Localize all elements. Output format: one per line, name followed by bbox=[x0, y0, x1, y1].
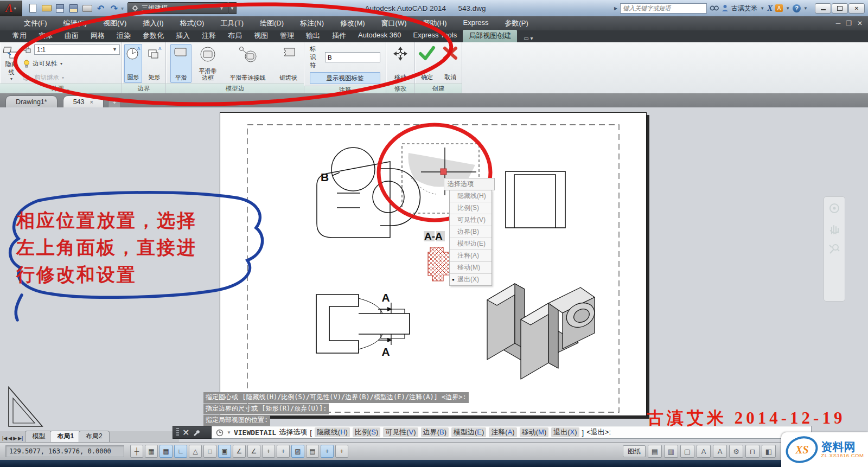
doc-restore-button[interactable]: ❐ bbox=[846, 20, 852, 27]
chevron-down-icon[interactable]: ▼ bbox=[786, 6, 790, 11]
layout-tab-布局1[interactable]: 布局1 bbox=[50, 431, 81, 442]
drag-handle-icon[interactable] bbox=[176, 428, 179, 437]
customize-wrench-icon[interactable] bbox=[193, 429, 200, 436]
menu-item[interactable]: 标注(N) bbox=[292, 17, 331, 30]
chevron-down-icon[interactable]: ▼ bbox=[803, 6, 808, 11]
chevron-left-icon[interactable]: ▶ bbox=[614, 6, 617, 11]
layout-tab-布局2[interactable]: 布局2 bbox=[79, 431, 110, 442]
3d-object-snap-toggle[interactable]: ▣ bbox=[218, 445, 231, 458]
unlock-icon[interactable]: ⊓ bbox=[745, 445, 760, 458]
ribbon-tab[interactable]: Express Tools bbox=[407, 30, 463, 42]
panel-footer-modify[interactable]: 修改 bbox=[386, 84, 414, 93]
layout-nav-icon[interactable]: ▶| bbox=[18, 436, 23, 441]
smooth-with-leader-button[interactable]: 平滑带连接线 bbox=[224, 44, 271, 83]
context-menu-item[interactable]: 可见性(V) bbox=[450, 214, 492, 226]
ribbon-tab[interactable]: 输出 bbox=[300, 30, 326, 42]
ribbon-tab[interactable]: Autodesk 360 bbox=[352, 30, 407, 42]
workspace-dropdown[interactable]: 三维建模 ▼ bbox=[127, 2, 228, 14]
close-tab-icon[interactable]: × bbox=[90, 99, 93, 105]
undo-icon[interactable]: ↶ bbox=[94, 3, 107, 14]
jagged-button[interactable]: 锯齿状 bbox=[275, 44, 302, 83]
signed-in-user[interactable]: 古滇艾米 bbox=[731, 4, 757, 13]
identifier-input[interactable] bbox=[325, 52, 380, 62]
search-icon[interactable] bbox=[710, 5, 719, 12]
close-command-icon[interactable]: ✕ bbox=[182, 427, 189, 438]
close-button[interactable]: ✕ bbox=[848, 3, 865, 14]
help-icon[interactable]: ? bbox=[793, 4, 801, 12]
ribbon-tab[interactable]: 视图 bbox=[248, 30, 274, 42]
annotation-visibility-icon[interactable]: A bbox=[697, 445, 711, 458]
context-menu-item[interactable]: 边界(B) bbox=[450, 226, 492, 238]
menu-item[interactable]: 参数(P) bbox=[497, 17, 536, 30]
new-file-icon[interactable] bbox=[27, 3, 39, 14]
open-file-icon[interactable] bbox=[40, 3, 53, 14]
command-option[interactable]: 注释(A) bbox=[489, 427, 516, 437]
menu-item[interactable]: Express bbox=[456, 17, 496, 30]
paper-model-toggle[interactable]: 图纸 bbox=[623, 445, 646, 457]
cancel-button[interactable]: 取消 bbox=[441, 44, 459, 83]
save-as-icon[interactable] bbox=[67, 3, 80, 14]
menu-item[interactable]: 视图(V) bbox=[95, 17, 134, 30]
ortho-mode-toggle[interactable]: ∟ bbox=[174, 445, 187, 458]
panel-footer-create[interactable]: 创建 bbox=[415, 84, 462, 93]
viewport-maximize-icon[interactable]: ▢ bbox=[680, 445, 694, 458]
zoom-icon[interactable] bbox=[828, 242, 840, 254]
workspace-gear-icon[interactable]: ⚙ bbox=[729, 445, 743, 458]
ribbon-tab[interactable]: 管理 bbox=[274, 30, 300, 42]
workspace-menu-button[interactable]: ▼ bbox=[228, 2, 237, 14]
layout-nav-icon[interactable]: ◀ bbox=[8, 436, 12, 441]
scale-select[interactable]: 1:1▼ bbox=[34, 44, 120, 55]
smooth-with-border-button[interactable]: 平滑带边框 bbox=[195, 44, 220, 83]
ribbon-tab[interactable]: 渲染 bbox=[111, 30, 137, 42]
menu-item[interactable]: 帮助(H) bbox=[416, 17, 455, 30]
ribbon-tab[interactable]: 网格 bbox=[85, 30, 111, 42]
layout-nav-icon[interactable]: ▶ bbox=[13, 436, 17, 441]
file-tab-drawing1[interactable]: Drawing1* bbox=[5, 95, 58, 107]
ribbon-tab[interactable]: 布局 bbox=[222, 30, 248, 42]
layout-tab-模型[interactable]: 模型 bbox=[25, 431, 52, 442]
menu-item[interactable]: 工具(T) bbox=[213, 17, 251, 30]
plot-preview-icon[interactable]: ▤ bbox=[648, 445, 662, 458]
context-menu-item[interactable]: ●退出(X) bbox=[450, 274, 492, 285]
smooth-button[interactable]: 平滑 bbox=[170, 44, 192, 83]
command-option[interactable]: 移动(M) bbox=[520, 427, 549, 437]
redo-icon[interactable]: ↷ bbox=[108, 3, 120, 14]
hidden-lines-button[interactable]: 隐藏线 ▾ bbox=[2, 44, 21, 83]
command-option[interactable]: 退出(X) bbox=[551, 427, 579, 437]
menu-item[interactable]: 编辑(E) bbox=[56, 17, 94, 30]
move-button[interactable]: 移动 bbox=[388, 44, 412, 83]
context-menu-item[interactable]: 移动(M) bbox=[450, 262, 492, 274]
menu-item[interactable]: 插入(I) bbox=[135, 17, 171, 30]
boundary-rectangular-button[interactable]: A 矩形 bbox=[145, 44, 163, 83]
ribbon-tab[interactable]: 曲面 bbox=[59, 30, 85, 42]
polar-tracking-toggle[interactable]: △ bbox=[189, 445, 202, 458]
ribbon-tab[interactable]: 局部视图创建 bbox=[463, 30, 517, 42]
ok-button[interactable]: 确定 bbox=[417, 44, 437, 83]
drawing-canvas[interactable]: B A-A bbox=[0, 107, 868, 431]
edge-visibility-button[interactable]: 边可见性 ▾ bbox=[23, 59, 120, 68]
app-logo-button[interactable]: A▾ bbox=[0, 1, 22, 16]
selection-cycling-toggle[interactable]: + bbox=[321, 445, 334, 458]
exchange-icon[interactable]: X bbox=[767, 4, 773, 13]
panel-footer-boundary[interactable]: 边界 bbox=[122, 84, 165, 93]
context-menu-item[interactable]: 注释(A) bbox=[450, 250, 492, 262]
ribbon-minimize-button[interactable]: ▭ ▾ bbox=[520, 34, 536, 42]
doc-close-button[interactable]: ✕ bbox=[857, 20, 863, 27]
steering-wheel-icon[interactable] bbox=[828, 202, 840, 214]
clean-screen-icon[interactable]: ◧ bbox=[762, 445, 776, 458]
object-snap-tracking-toggle[interactable]: ∠ bbox=[233, 445, 246, 458]
transparency-toggle[interactable]: ▨ bbox=[291, 445, 304, 458]
ribbon-tab[interactable]: 实体 bbox=[33, 30, 59, 42]
layout-nav-icon[interactable]: |◀ bbox=[2, 436, 7, 441]
ribbon-tab[interactable]: 常用 bbox=[7, 30, 33, 42]
grid-display-toggle[interactable]: ▦ bbox=[159, 445, 173, 458]
chevron-down-icon[interactable]: ▼ bbox=[227, 430, 231, 435]
dual-view-icon[interactable]: ▥ bbox=[664, 445, 678, 458]
boundary-circular-button[interactable]: A 圆形 bbox=[124, 44, 142, 83]
plot-icon[interactable] bbox=[81, 3, 93, 14]
panel-footer-appearance[interactable]: 外观⌄ bbox=[0, 84, 122, 93]
menu-item[interactable]: 修改(M) bbox=[333, 17, 373, 30]
new-drawing-tab-button[interactable]: + bbox=[108, 97, 121, 107]
annotation-monitor-toggle[interactable]: + bbox=[335, 445, 348, 458]
chevron-down-icon[interactable]: ▼ bbox=[760, 6, 764, 11]
